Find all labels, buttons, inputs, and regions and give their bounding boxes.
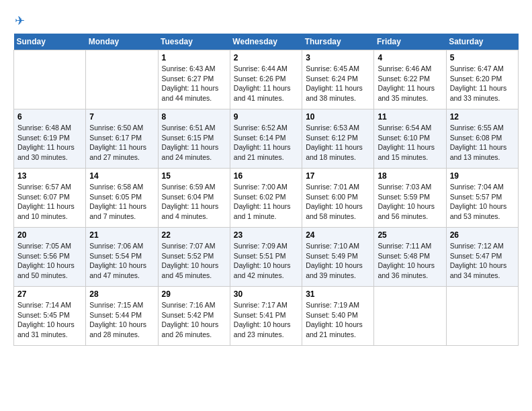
day-number: 29 (162, 289, 226, 299)
calendar-cell: 2Sunrise: 6:44 AM Sunset: 6:26 PM Daylig… (230, 50, 302, 109)
calendar-week-row: 27Sunrise: 7:14 AM Sunset: 5:45 PM Dayli… (14, 287, 519, 346)
calendar-cell: 29Sunrise: 7:16 AM Sunset: 5:42 PM Dayli… (158, 287, 230, 346)
day-info: Sunrise: 7:12 AM Sunset: 5:47 PM Dayligh… (450, 241, 515, 281)
calendar-cell: 28Sunrise: 7:15 AM Sunset: 5:44 PM Dayli… (86, 287, 158, 346)
calendar-cell: 21Sunrise: 7:06 AM Sunset: 5:54 PM Dayli… (86, 228, 158, 287)
day-info: Sunrise: 7:00 AM Sunset: 6:02 PM Dayligh… (234, 182, 298, 222)
day-info: Sunrise: 6:54 AM Sunset: 6:10 PM Dayligh… (378, 123, 442, 163)
day-number: 23 (234, 230, 298, 240)
day-number: 16 (234, 171, 298, 181)
day-number: 4 (378, 53, 442, 62)
day-number: 10 (306, 112, 370, 122)
calendar-cell: 22Sunrise: 7:07 AM Sunset: 5:52 PM Dayli… (158, 228, 230, 287)
day-info: Sunrise: 6:59 AM Sunset: 6:04 PM Dayligh… (162, 182, 226, 222)
day-info: Sunrise: 6:51 AM Sunset: 6:15 PM Dayligh… (162, 123, 226, 163)
day-number: 27 (17, 289, 82, 299)
day-info: Sunrise: 6:55 AM Sunset: 6:08 PM Dayligh… (450, 123, 515, 163)
day-info: Sunrise: 6:47 AM Sunset: 6:20 PM Dayligh… (450, 64, 515, 103)
day-number: 26 (450, 230, 515, 240)
day-number: 22 (162, 230, 226, 240)
day-number: 20 (17, 230, 82, 240)
calendar-cell: 16Sunrise: 7:00 AM Sunset: 6:02 PM Dayli… (230, 169, 302, 228)
day-number: 25 (378, 230, 442, 240)
day-info: Sunrise: 7:01 AM Sunset: 6:00 PM Dayligh… (306, 182, 370, 222)
day-info: Sunrise: 7:03 AM Sunset: 5:59 PM Dayligh… (378, 182, 442, 222)
day-number: 1 (162, 53, 226, 62)
calendar-cell: 14Sunrise: 6:58 AM Sunset: 6:05 PM Dayli… (86, 169, 158, 228)
calendar-cell: 3Sunrise: 6:45 AM Sunset: 6:24 PM Daylig… (302, 50, 374, 109)
day-number: 24 (306, 230, 370, 240)
calendar-week-row: 20Sunrise: 7:05 AM Sunset: 5:56 PM Dayli… (14, 228, 519, 287)
page-header: ✈ (13, 13, 519, 28)
calendar-cell (86, 50, 158, 109)
day-info: Sunrise: 6:52 AM Sunset: 6:14 PM Dayligh… (234, 123, 298, 163)
calendar-cell: 26Sunrise: 7:12 AM Sunset: 5:47 PM Dayli… (446, 228, 518, 287)
day-number: 5 (450, 53, 515, 62)
calendar-cell (14, 50, 86, 109)
calendar-cell: 30Sunrise: 7:17 AM Sunset: 5:41 PM Dayli… (230, 287, 302, 346)
day-number: 7 (89, 112, 154, 122)
calendar-cell: 18Sunrise: 7:03 AM Sunset: 5:59 PM Dayli… (374, 169, 446, 228)
weekday-header-row: Sunday Monday Tuesday Wednesday Thursday… (14, 34, 519, 50)
calendar-cell (374, 287, 446, 346)
calendar-cell: 11Sunrise: 6:54 AM Sunset: 6:10 PM Dayli… (374, 109, 446, 169)
header-wednesday: Wednesday (230, 34, 302, 50)
calendar-cell: 15Sunrise: 6:59 AM Sunset: 6:04 PM Dayli… (158, 169, 230, 228)
header-friday: Friday (374, 34, 446, 50)
calendar-cell: 20Sunrise: 7:05 AM Sunset: 5:56 PM Dayli… (14, 228, 86, 287)
day-number: 3 (306, 53, 370, 62)
day-info: Sunrise: 6:58 AM Sunset: 6:05 PM Dayligh… (89, 182, 154, 222)
day-number: 14 (89, 171, 154, 181)
day-number: 21 (89, 230, 154, 240)
day-number: 18 (378, 171, 442, 181)
header-saturday: Saturday (446, 34, 518, 50)
day-number: 28 (89, 289, 154, 299)
day-info: Sunrise: 6:43 AM Sunset: 6:27 PM Dayligh… (162, 64, 226, 103)
day-info: Sunrise: 7:06 AM Sunset: 5:54 PM Dayligh… (89, 241, 154, 281)
header-tuesday: Tuesday (158, 34, 230, 50)
calendar-cell: 6Sunrise: 6:48 AM Sunset: 6:19 PM Daylig… (14, 109, 86, 169)
day-info: Sunrise: 7:09 AM Sunset: 5:51 PM Dayligh… (234, 241, 298, 281)
calendar-table: Sunday Monday Tuesday Wednesday Thursday… (13, 34, 519, 346)
day-number: 17 (306, 171, 370, 181)
calendar-cell: 23Sunrise: 7:09 AM Sunset: 5:51 PM Dayli… (230, 228, 302, 287)
calendar-week-row: 1Sunrise: 6:43 AM Sunset: 6:27 PM Daylig… (14, 50, 519, 109)
day-info: Sunrise: 6:44 AM Sunset: 6:26 PM Dayligh… (234, 64, 298, 103)
day-number: 8 (162, 112, 226, 122)
day-number: 12 (450, 112, 515, 122)
day-number: 19 (450, 171, 515, 181)
header-sunday: Sunday (14, 34, 86, 50)
calendar-cell: 25Sunrise: 7:11 AM Sunset: 5:48 PM Dayli… (374, 228, 446, 287)
day-number: 31 (306, 289, 370, 299)
calendar-cell: 17Sunrise: 7:01 AM Sunset: 6:00 PM Dayli… (302, 169, 374, 228)
day-number: 13 (17, 171, 82, 181)
calendar-cell: 8Sunrise: 6:51 AM Sunset: 6:15 PM Daylig… (158, 109, 230, 169)
day-info: Sunrise: 7:10 AM Sunset: 5:49 PM Dayligh… (306, 241, 370, 281)
calendar-cell: 1Sunrise: 6:43 AM Sunset: 6:27 PM Daylig… (158, 50, 230, 109)
header-monday: Monday (86, 34, 158, 50)
day-info: Sunrise: 7:19 AM Sunset: 5:40 PM Dayligh… (306, 300, 370, 340)
day-info: Sunrise: 7:04 AM Sunset: 5:57 PM Dayligh… (450, 182, 515, 222)
day-info: Sunrise: 6:46 AM Sunset: 6:22 PM Dayligh… (378, 64, 442, 103)
day-number: 2 (234, 53, 298, 62)
day-number: 30 (234, 289, 298, 299)
calendar-cell: 7Sunrise: 6:50 AM Sunset: 6:17 PM Daylig… (86, 109, 158, 169)
calendar-cell: 24Sunrise: 7:10 AM Sunset: 5:49 PM Dayli… (302, 228, 374, 287)
day-info: Sunrise: 6:50 AM Sunset: 6:17 PM Dayligh… (89, 123, 154, 163)
calendar-cell: 10Sunrise: 6:53 AM Sunset: 6:12 PM Dayli… (302, 109, 374, 169)
header-thursday: Thursday (302, 34, 374, 50)
calendar-cell: 19Sunrise: 7:04 AM Sunset: 5:57 PM Dayli… (446, 169, 518, 228)
calendar-cell (446, 287, 518, 346)
day-info: Sunrise: 7:16 AM Sunset: 5:42 PM Dayligh… (162, 300, 226, 340)
day-info: Sunrise: 6:57 AM Sunset: 6:07 PM Dayligh… (17, 182, 82, 222)
calendar-week-row: 6Sunrise: 6:48 AM Sunset: 6:19 PM Daylig… (14, 109, 519, 169)
logo: ✈ (13, 13, 25, 28)
day-info: Sunrise: 6:48 AM Sunset: 6:19 PM Dayligh… (17, 123, 82, 163)
day-info: Sunrise: 7:11 AM Sunset: 5:48 PM Dayligh… (378, 241, 442, 281)
day-number: 11 (378, 112, 442, 122)
day-info: Sunrise: 6:45 AM Sunset: 6:24 PM Dayligh… (306, 64, 370, 103)
calendar-cell: 27Sunrise: 7:14 AM Sunset: 5:45 PM Dayli… (14, 287, 86, 346)
calendar-cell: 5Sunrise: 6:47 AM Sunset: 6:20 PM Daylig… (446, 50, 518, 109)
calendar-cell: 13Sunrise: 6:57 AM Sunset: 6:07 PM Dayli… (14, 169, 86, 228)
calendar-cell: 31Sunrise: 7:19 AM Sunset: 5:40 PM Dayli… (302, 287, 374, 346)
